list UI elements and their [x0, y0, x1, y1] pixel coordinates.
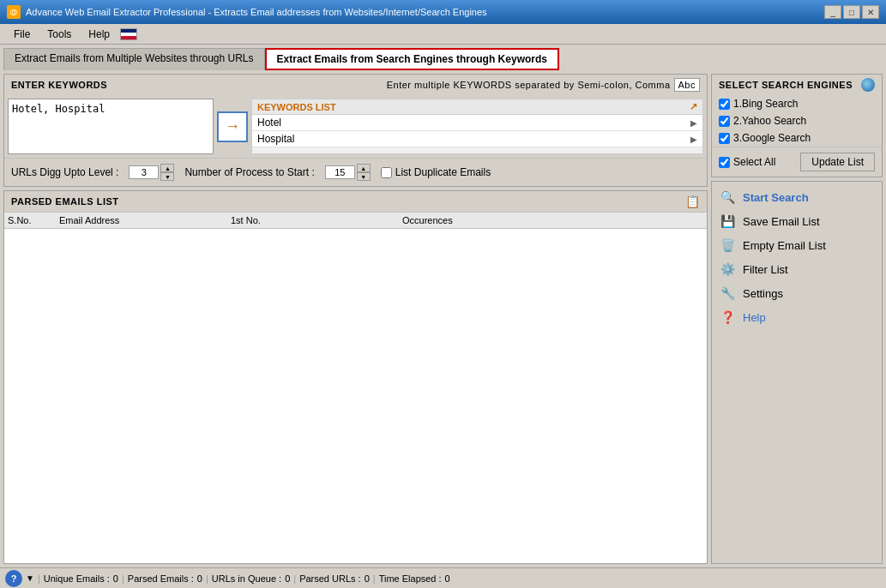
scroll-right-icon: ▶: [690, 118, 697, 128]
time-elapsed-value: 0: [445, 573, 450, 584]
filter-icon: ⚙️: [719, 261, 736, 278]
col-occ: Occurences: [402, 215, 703, 225]
flag-icon: [120, 28, 137, 40]
keywords-title: ENTER KEYWORDS: [11, 80, 107, 90]
main-content: ENTER KEYWORDS Enter multiple KEYWORDS s…: [0, 70, 886, 567]
keywords-input[interactable]: Hotel, Hospital: [8, 99, 214, 154]
arrow-icon: →: [225, 117, 240, 135]
start-search-icon: 🔍: [719, 189, 736, 206]
abc-button[interactable]: Abc: [674, 78, 700, 92]
parsed-emails-value: 0: [197, 573, 202, 584]
processes-spin: ▲ ▼: [325, 164, 371, 181]
urls-digg-down[interactable]: ▼: [160, 172, 174, 181]
tab-keywords[interactable]: Extract Emails from Search Engines throu…: [265, 48, 559, 70]
empty-email-list-action[interactable]: 🗑️ Empty Email List: [719, 237, 875, 254]
add-keywords-button[interactable]: →: [217, 111, 248, 142]
processes-spin-buttons: ▲ ▼: [357, 164, 371, 181]
help-action[interactable]: ❓ Help: [719, 309, 875, 326]
expand-icon: ↗: [690, 101, 697, 112]
maximize-button[interactable]: □: [843, 5, 860, 19]
time-elapsed-label: Time Elapsed :: [379, 573, 442, 584]
keyword-item-hospital: Hospital ▶: [252, 131, 702, 147]
keywords-list: KEYWORDS LIST ↗ Hotel ▶ Hospital ▶: [251, 99, 703, 154]
window-title: Advance Web Email Extractor Professional…: [26, 7, 487, 17]
menu-file[interactable]: File: [7, 27, 37, 42]
urls-digg-spin-buttons: ▲ ▼: [160, 164, 174, 181]
globe-icon: [861, 78, 875, 92]
copy-icon: 📋: [685, 195, 701, 208]
empty-icon: 🗑️: [719, 237, 736, 254]
se-google: 3.Google Search: [712, 129, 882, 147]
menu-tools[interactable]: Tools: [40, 27, 78, 42]
parsed-title: PARSED EMAILS LIST: [11, 196, 119, 207]
save-icon: 💾: [719, 213, 736, 230]
status-help-button[interactable]: ?: [5, 570, 22, 587]
parsed-emails-section: PARSED EMAILS LIST 📋 S.No. Email Address…: [3, 190, 708, 564]
parsed-urls-label: Parsed URLs :: [299, 573, 361, 584]
urls-digg-up[interactable]: ▲: [160, 164, 174, 172]
google-checkbox[interactable]: [719, 133, 730, 144]
settings-action[interactable]: 🔧 Settings: [719, 285, 875, 302]
keywords-list-header: KEYWORDS LIST ↗: [252, 99, 702, 115]
tab-strip: Extract Emails from Multiple Websites th…: [0, 45, 886, 70]
unique-emails-value: 0: [113, 573, 118, 584]
col-email: Email Address: [59, 215, 231, 225]
urls-digg-label: URLs Digg Upto Level :: [11, 166, 118, 178]
se-bing: 1.Bing Search: [712, 95, 882, 112]
parsed-emails-label: Parsed Emails :: [128, 573, 194, 584]
table-header: S.No. Email Address 1st No. Occurences: [4, 213, 707, 229]
keywords-content: Hotel, Hospital → KEYWORDS LIST ↗ Hotel …: [4, 95, 707, 158]
tab-urls[interactable]: Extract Emails from Multiple Websites th…: [3, 48, 265, 70]
processes-input[interactable]: [325, 165, 355, 179]
status-bar: ? ▼ | Unique Emails : 0 | Parsed Emails …: [0, 567, 886, 588]
urls-digg-spin: ▲ ▼: [129, 164, 174, 181]
bing-checkbox[interactable]: [719, 99, 730, 110]
filter-list-action[interactable]: ⚙️ Filter List: [719, 261, 875, 278]
keywords-header: ENTER KEYWORDS Enter multiple KEYWORDS s…: [4, 75, 707, 95]
scroll-right-icon2: ▶: [690, 135, 697, 144]
duplicate-label: List Duplicate Emails: [381, 166, 491, 178]
search-engines-footer: Select All Update List: [712, 147, 882, 177]
search-engines-section: SELECT SEARCH ENGINES 1.Bing Search 2.Ya…: [711, 74, 883, 177]
start-search-action[interactable]: 🔍 Start Search: [719, 189, 875, 206]
unique-emails-label: Unique Emails :: [44, 573, 110, 584]
search-engines-header: SELECT SEARCH ENGINES: [712, 75, 882, 95]
select-all-label: Select All: [719, 156, 775, 168]
urls-digg-input[interactable]: [129, 165, 159, 179]
menu-help[interactable]: Help: [81, 27, 117, 42]
select-all-checkbox[interactable]: [719, 157, 730, 168]
right-panel: SELECT SEARCH ENGINES 1.Bing Search 2.Ya…: [711, 74, 883, 564]
help-icon: ❓: [719, 309, 736, 326]
yahoo-checkbox[interactable]: [719, 116, 730, 127]
title-bar: @ Advance Web Email Extractor Profession…: [0, 0, 886, 24]
update-list-button[interactable]: Update List: [800, 153, 875, 171]
processes-label: Number of Process to Start :: [184, 166, 314, 178]
urls-queue-value: 0: [285, 573, 290, 584]
processes-up[interactable]: ▲: [357, 164, 371, 172]
parsed-header: PARSED EMAILS LIST 📋: [4, 191, 707, 213]
settings-icon: 🔧: [719, 285, 736, 302]
close-button[interactable]: ✕: [862, 5, 879, 19]
parsed-urls-value: 0: [365, 573, 370, 584]
table-body: [4, 229, 707, 563]
save-email-list-action[interactable]: 💾 Save Email List: [719, 213, 875, 230]
col-firstno: 1st No.: [231, 215, 402, 225]
col-sno: S.No.: [8, 215, 59, 225]
actions-panel: 🔍 Start Search 💾 Save Email List 🗑️ Empt…: [711, 181, 883, 564]
minimize-button[interactable]: _: [824, 5, 841, 19]
menu-bar: File Tools Help: [0, 24, 886, 45]
window-controls: _ □ ✕: [824, 5, 879, 19]
se-yahoo: 2.Yahoo Search: [712, 112, 882, 129]
app-icon: @: [7, 5, 21, 19]
processes-down[interactable]: ▼: [357, 172, 371, 181]
left-panel: ENTER KEYWORDS Enter multiple KEYWORDS s…: [3, 74, 708, 564]
keywords-list-title: KEYWORDS LIST: [257, 102, 336, 112]
keyword-item-hotel: Hotel ▶: [252, 115, 702, 131]
duplicate-checkbox[interactable]: [381, 167, 392, 178]
urls-queue-label: URLs in Queue :: [212, 573, 281, 584]
options-row: URLs Digg Upto Level : ▲ ▼ Number of Pro…: [4, 158, 707, 186]
status-arrow[interactable]: ▼: [26, 573, 34, 583]
keywords-hint: Enter multiple KEYWORDS separated by Sem…: [387, 80, 671, 90]
keywords-section: ENTER KEYWORDS Enter multiple KEYWORDS s…: [3, 74, 708, 187]
search-engines-title: SELECT SEARCH ENGINES: [719, 80, 853, 90]
